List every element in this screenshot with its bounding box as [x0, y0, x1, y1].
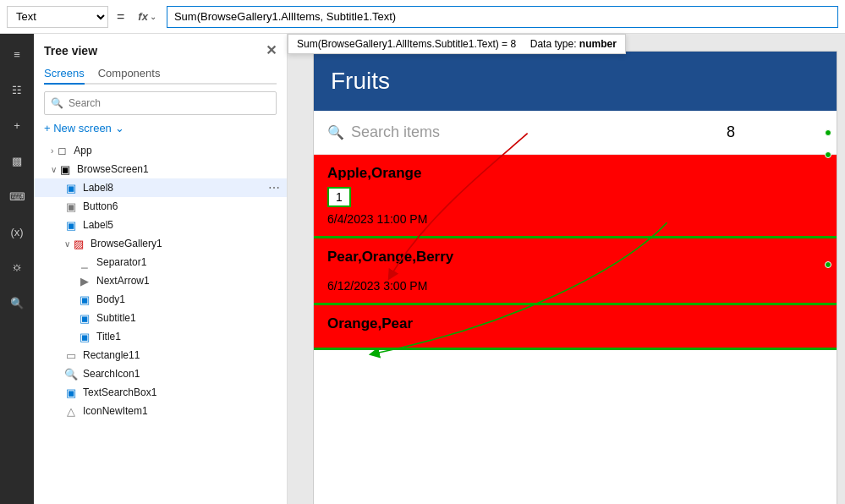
icon-plus[interactable]: +	[3, 112, 30, 139]
tree-item-label: TextSearchBox1	[83, 386, 280, 398]
tree-item-label: Rectangle11	[83, 349, 280, 361]
new-screen-label: + New screen	[44, 122, 112, 134]
formula-hint: Sum(BrowseGallery1.AllItems.Subtitle1.Te…	[288, 34, 626, 54]
tree-view-title: Tree view	[44, 44, 97, 58]
hint-datatype-label: Data type:	[530, 38, 577, 50]
arrow-icon: ▶	[78, 274, 91, 288]
item-title-2: Pear,Orange,Berry	[327, 249, 823, 266]
tab-screens[interactable]: Screens	[44, 63, 85, 85]
tree-item-label5[interactable]: ▣ Label5	[34, 216, 287, 234]
item-subtitle-1: 1	[327, 187, 351, 207]
tree-item-app[interactable]: › □ App	[34, 141, 287, 160]
icon-settings[interactable]: ⛭	[3, 254, 30, 281]
label-icon: ▣	[78, 293, 91, 306]
tree-item-title1[interactable]: ▣ Title1	[34, 327, 287, 346]
tree-item-iconnewitem1[interactable]: △ IconNewItem1	[34, 402, 287, 420]
list-item-2[interactable]: Pear,Orange,Berry 6/12/2023 3:00 PM	[314, 238, 837, 305]
separator-icon: ⎯	[78, 255, 91, 269]
sidebar: Tree view ✕ Screens Components 🔍 + New s…	[34, 34, 288, 504]
tree-item-separator1[interactable]: ⎯ Separator1	[34, 253, 287, 271]
new-screen-chevron: ⌄	[115, 122, 124, 134]
tab-components[interactable]: Components	[98, 63, 161, 85]
item-title-1: Apple,Orange	[327, 165, 823, 182]
tree-item-label: BrowseGallery1	[91, 238, 280, 249]
list-item-1[interactable]: Apple,Orange 1 6/4/2023 11:00 PM	[314, 155, 837, 238]
chevron-right-icon: ›	[51, 146, 53, 156]
handle-dot-right	[825, 129, 831, 136]
tree-item-searchicon1[interactable]: 🔍 SearchIcon1	[34, 364, 287, 383]
icon-insert[interactable]: ▩	[3, 147, 30, 174]
tree-panel: › □ App ∨ ▣ BrowseScreen1 ▣ Label8 ⋯ ▣ B…	[34, 141, 287, 504]
tree-item-browsegallery1[interactable]: ∨ ▨ BrowseGallery1	[34, 234, 287, 253]
handle-top-right	[825, 151, 831, 158]
tree-view-header: Tree view ✕	[34, 34, 287, 63]
chevron-down-icon: ∨	[64, 239, 70, 249]
tree-item-label: Button6	[83, 200, 280, 212]
tree-item-textsearchbox1[interactable]: ▣ TextSearchBox1	[34, 383, 287, 402]
new-screen-button[interactable]: + New screen ⌄	[44, 122, 277, 134]
search-input[interactable]	[44, 91, 277, 115]
tree-item-label: Label5	[83, 219, 280, 231]
tree-item-body1[interactable]: ▣ Body1	[34, 290, 287, 309]
tree-item-label: Title1	[96, 331, 280, 342]
icon-item-icon: △	[64, 404, 78, 418]
icon-variables[interactable]: (x)	[3, 218, 30, 245]
icon-layers[interactable]: ☷	[3, 76, 30, 103]
tree-item-rectangle11[interactable]: ▭ Rectangle11	[34, 346, 287, 364]
label-icon: ▣	[64, 218, 78, 232]
item-date-1: 6/4/2023 11:00 PM	[327, 212, 823, 226]
fx-icon: fx	[138, 10, 148, 23]
formula-input[interactable]	[167, 6, 838, 28]
more-options-icon[interactable]: ⋯	[268, 181, 280, 194]
tree-item-label: Body1	[96, 293, 280, 305]
main-layout: ≡ ☷ + ▩ ⌨ (x) ⛭ 🔍 Tree view ✕ Screens Co…	[0, 34, 845, 504]
app-icon: □	[55, 144, 69, 157]
shape-icon: ▭	[64, 348, 78, 362]
screen-icon: ▣	[58, 162, 72, 176]
number-label: 8	[727, 123, 735, 141]
label-icon: ▣	[64, 181, 78, 194]
tree-item-subtitle1[interactable]: ▣ Subtitle1	[34, 309, 287, 327]
close-icon[interactable]: ✕	[266, 42, 277, 58]
property-dropdown[interactable]: Text	[7, 6, 108, 28]
tree-item-label: SearchIcon1	[83, 368, 280, 380]
chevron-icon: ⌄	[150, 12, 156, 21]
button-icon: ▣	[64, 200, 78, 213]
gallery-icon: ▨	[72, 237, 85, 250]
tree-item-label: NextArrow1	[96, 275, 280, 287]
tree-item-label: IconNewItem1	[83, 405, 280, 417]
icon-home[interactable]: ≡	[3, 41, 30, 68]
label-icon: ▣	[78, 311, 91, 325]
search-icon: 🔍	[51, 97, 63, 109]
equals-sign: =	[113, 9, 128, 25]
item-title-3: Orange,Pear	[327, 315, 823, 332]
tree-item-label: BrowseScreen1	[77, 163, 280, 175]
tree-item-button6[interactable]: ▣ Button6	[34, 197, 287, 216]
item-date-2: 6/12/2023 3:00 PM	[327, 279, 823, 293]
app-header-bar: Fruits	[314, 52, 837, 111]
tree-item-label: Separator1	[96, 256, 280, 268]
app-title: Fruits	[331, 68, 390, 95]
icon-search-side[interactable]: 🔍	[3, 289, 30, 316]
handle-mid-right	[825, 261, 831, 268]
tree-item-browsescreen1[interactable]: ∨ ▣ BrowseScreen1	[34, 160, 287, 178]
search-items-placeholder: Search items	[351, 123, 440, 141]
app-canvas: Fruits 🔍 Search items 8 Apple,Orange 1 6…	[313, 51, 837, 504]
canvas-area: Fruits 🔍 Search items 8 Apple,Orange 1 6…	[288, 34, 845, 504]
chevron-down-icon: ∨	[51, 165, 57, 174]
label-icon: ▣	[78, 330, 91, 343]
list-item-3[interactable]: Orange,Pear	[314, 305, 837, 350]
app-search-row: 🔍 Search items 8	[314, 111, 837, 155]
tree-item-label8[interactable]: ▣ Label8 ⋯	[34, 178, 287, 197]
hint-datatype-value: number	[579, 38, 617, 50]
tree-item-nextarrow1[interactable]: ▶ NextArrow1	[34, 271, 287, 290]
tree-tabs: Screens Components	[44, 63, 277, 85]
tree-item-label: App	[74, 145, 280, 156]
icon-strip: ≡ ☷ + ▩ ⌨ (x) ⛭ 🔍	[0, 34, 34, 504]
icon-data[interactable]: ⌨	[3, 183, 30, 210]
top-bar: Text = fx ⌄ Sum(BrowseGallery1.AllItems.…	[0, 0, 845, 34]
app-search-icon: 🔍	[327, 124, 344, 140]
search-box-wrap: 🔍	[44, 91, 277, 115]
fx-button[interactable]: fx ⌄	[133, 8, 162, 25]
textinput-icon: ▣	[64, 386, 78, 399]
